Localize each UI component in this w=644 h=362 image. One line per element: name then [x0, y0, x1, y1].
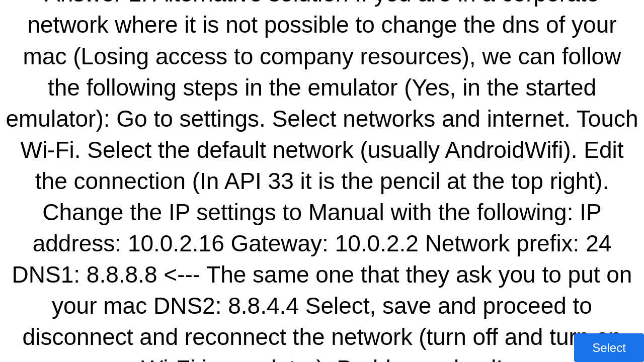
content-area: Answer 1: Alternative solution If you ar…	[0, 0, 644, 362]
answer-text: Answer 1: Alternative solution If you ar…	[0, 0, 644, 362]
select-button[interactable]: Select	[574, 333, 644, 362]
